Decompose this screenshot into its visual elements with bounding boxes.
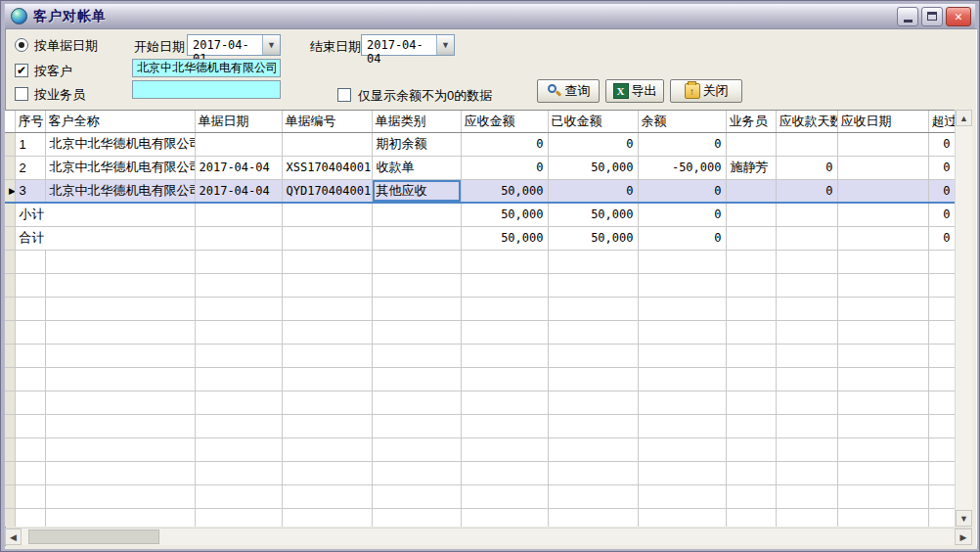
scroll-right-icon[interactable]: ▶ [955, 529, 972, 545]
empty-cell [195, 367, 282, 391]
horizontal-scroll-thumb[interactable] [28, 529, 159, 544]
cell-receivable_days[interactable]: 0 [776, 179, 837, 203]
cell-receivable_date[interactable] [837, 156, 928, 179]
cell-doc_no[interactable]: QYD170404001 [282, 179, 372, 203]
close-button[interactable]: ✕ [946, 7, 971, 26]
empty-cell [837, 461, 928, 484]
cell-overdue[interactable]: 0 [928, 156, 955, 179]
scroll-up-icon[interactable]: ▲ [956, 110, 972, 126]
close-form-button[interactable]: 关闭 [670, 79, 742, 103]
cell-doc_date[interactable]: 2017-04-04 [195, 156, 282, 179]
cell-received[interactable]: 50,000 [548, 156, 638, 179]
cell-balance: 0 [638, 203, 726, 226]
start-date-combo[interactable]: 2017-04-01 ▼ [187, 34, 281, 56]
column-header-seq[interactable]: 序号 [15, 111, 45, 132]
empty-cell [776, 391, 837, 414]
cell-received[interactable]: 0 [548, 132, 638, 156]
export-button-label: 导出 [632, 82, 657, 100]
cell-doc_type[interactable]: 收款单 [372, 156, 461, 179]
cell-doc_date[interactable]: 2017-04-04 [195, 179, 282, 203]
cell-salesperson[interactable] [726, 179, 776, 203]
cell-balance[interactable]: 0 [638, 179, 726, 203]
empty-cell [282, 273, 372, 297]
cell-seq[interactable]: 3 [15, 179, 45, 203]
horizontal-scrollbar[interactable]: ◀ ▶ [5, 528, 972, 545]
cell-customer[interactable]: 北京中北华德机电有限公司 [45, 179, 195, 203]
cell-overdue[interactable]: 0 [928, 132, 955, 156]
empty-cell [776, 461, 837, 484]
cell-balance[interactable]: -50,000 [638, 156, 726, 179]
cell-receivable_date[interactable] [837, 132, 928, 156]
cell-doc_no [282, 203, 372, 226]
column-header-doc_no[interactable]: 单据编号 [282, 111, 372, 132]
chevron-down-icon[interactable]: ▼ [436, 35, 454, 55]
cell-doc_type[interactable]: 期初余额 [372, 132, 461, 156]
minimize-button[interactable] [897, 7, 918, 26]
cell-doc_type[interactable]: 其他应收 [372, 179, 461, 203]
table-row[interactable]: 2北京中北华德机电有限公司2017-04-04XSS170404001收款单05… [5, 156, 955, 179]
column-header-overdue[interactable]: 超过应 [928, 111, 955, 132]
empty-cell [45, 250, 195, 273]
column-header-salesperson[interactable]: 业务员 [726, 111, 776, 132]
cell-receivable[interactable]: 50,000 [461, 179, 548, 203]
end-date-combo[interactable]: 2017-04-04 ▼ [361, 34, 455, 56]
empty-cell [461, 391, 548, 414]
cell-receivable[interactable]: 0 [461, 156, 548, 179]
row-state-cell [5, 391, 15, 414]
salesperson-input[interactable] [132, 80, 281, 99]
maximize-button[interactable] [921, 7, 943, 26]
by-customer-checkbox[interactable]: ✔ [15, 64, 28, 77]
cell-doc_date [195, 203, 282, 226]
cell-doc_no[interactable] [282, 132, 372, 156]
scroll-down-icon[interactable]: ▼ [956, 510, 972, 527]
empty-cell [372, 461, 461, 484]
cell-receivable_days[interactable] [776, 132, 837, 156]
column-header-customer[interactable]: 客户全称 [45, 111, 195, 132]
cell-salesperson[interactable] [726, 132, 776, 156]
titlebar[interactable]: 客户对帐单 ✕ [5, 4, 975, 28]
cell-doc_date [195, 226, 282, 250]
column-header-doc_date[interactable]: 单据日期 [195, 111, 282, 132]
cell-salesperson[interactable]: 施静芳 [726, 156, 776, 179]
cell-receivable_days[interactable]: 0 [776, 156, 837, 179]
empty-cell [837, 320, 928, 344]
empty-cell [195, 414, 282, 437]
empty-cell [282, 250, 372, 273]
nonzero-only-label: 仅显示余额不为0的数据 [358, 87, 492, 105]
cell-customer[interactable]: 北京中北华德机电有限公司 [45, 156, 195, 179]
cell-receivable_date[interactable] [837, 179, 928, 203]
empty-cell [928, 367, 955, 391]
query-button[interactable]: 查询 [537, 79, 600, 103]
row-state-cell [5, 461, 15, 484]
column-header-doc_type[interactable]: 单据类别 [372, 111, 461, 132]
cell-overdue[interactable]: 0 [928, 179, 955, 203]
cell-doc_no[interactable]: XSS170404001 [282, 156, 372, 179]
cell-balance[interactable]: 0 [638, 132, 726, 156]
empty-cell [638, 273, 726, 297]
cell-doc_date[interactable] [195, 132, 282, 156]
chevron-down-icon[interactable]: ▼ [262, 35, 280, 55]
table-row[interactable]: 1北京中北华德机电有限公司期初余额0000 [5, 132, 955, 156]
column-header-receivable_days[interactable]: 应收款天数 [776, 111, 837, 132]
cell-salesperson [726, 226, 776, 250]
column-header-receivable[interactable]: 应收金额 [461, 111, 548, 132]
cell-receivable[interactable]: 0 [461, 132, 548, 156]
cell-seq[interactable]: 2 [15, 156, 45, 179]
cell-customer[interactable]: 北京中北华德机电有限公司 [45, 132, 195, 156]
cell-salesperson [726, 203, 776, 226]
column-header-receivable_date[interactable]: 应收日期 [837, 111, 928, 132]
nonzero-only-checkbox[interactable]: ✔ [337, 88, 351, 102]
vertical-scrollbar[interactable]: ▲ ▼ [955, 110, 972, 527]
scroll-left-icon[interactable]: ◀ [5, 529, 22, 545]
customer-input[interactable] [132, 59, 281, 77]
empty-cell [776, 297, 837, 320]
by-doc-date-radio[interactable] [15, 38, 28, 52]
cell-received[interactable]: 0 [548, 179, 638, 203]
export-button[interactable]: 导出 [605, 79, 664, 103]
empty-cell [726, 461, 776, 484]
column-header-received[interactable]: 已收金额 [548, 111, 638, 132]
column-header-balance[interactable]: 余额 [638, 111, 726, 132]
by-salesperson-checkbox[interactable]: ✔ [15, 87, 28, 101]
cell-seq[interactable]: 1 [15, 132, 45, 156]
table-row[interactable]: ▶3北京中北华德机电有限公司2017-04-04QYD170404001其他应收… [5, 179, 955, 203]
